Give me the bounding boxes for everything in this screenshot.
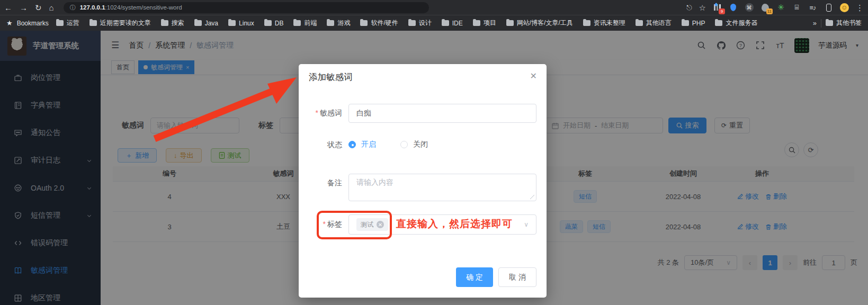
bookmark-folder[interactable]: 设计 <box>408 19 432 28</box>
bookmark-folder[interactable]: PHP <box>682 20 705 27</box>
bookmarks-overflow-chevron[interactable]: » <box>813 19 817 27</box>
chrome-menu-icon[interactable]: ⋮ <box>856 4 864 12</box>
annotation-highlight-box <box>317 211 392 239</box>
extension-media-icon[interactable]: ≡♪ <box>808 3 817 12</box>
profile-avatar[interactable]: ☺ <box>840 3 849 12</box>
radio-status-off[interactable] <box>400 141 408 148</box>
bookmark-folder[interactable]: 资讯未整理 <box>583 19 625 28</box>
bookmarks-divider <box>821 19 821 28</box>
select-chevron-down-icon: ∨ <box>524 221 529 228</box>
bookmarks-star-icon[interactable]: ★ <box>6 19 13 27</box>
extensions-puzzle-icon[interactable]: ⌸ <box>792 3 801 12</box>
browser-chrome: ← → ↻ ⌂ ⓘ 127.0.0.1:1024/system/sensitiv… <box>0 0 868 31</box>
folder-icon <box>583 20 590 26</box>
extension-clip-icon[interactable]: ✳ <box>776 3 785 12</box>
folder-icon <box>90 20 97 26</box>
cancel-button[interactable]: 取 消 <box>498 267 536 287</box>
folder-icon <box>636 20 643 26</box>
address-bar[interactable]: ⓘ 127.0.0.1:1024/system/sensitive-word <box>64 2 429 13</box>
folder-icon <box>327 20 334 26</box>
browser-toolbar: ← → ↻ ⌂ ⓘ 127.0.0.1:1024/system/sensitiv… <box>0 0 868 15</box>
bookmark-folder[interactable]: Java <box>194 20 218 27</box>
folder-icon <box>360 20 368 26</box>
bookmark-folder[interactable]: 网站/博客/文章/工具 <box>506 19 573 28</box>
annotation-note: 直接输入，然后选择即可 <box>396 217 513 231</box>
radio-status-on[interactable] <box>348 141 356 148</box>
folder-icon <box>161 20 168 26</box>
share-icon[interactable]: ⎋ <box>686 4 692 11</box>
radio-on-label[interactable]: 开启 <box>361 140 376 149</box>
folder-icon <box>506 20 514 26</box>
folder-icon <box>473 20 480 26</box>
confirm-button[interactable]: 确 定 <box>456 267 493 287</box>
home-icon[interactable]: ⌂ <box>49 4 54 12</box>
folder-icon <box>715 20 722 26</box>
extension-blob-icon[interactable]: 11 <box>760 3 769 12</box>
folder-icon <box>682 20 689 26</box>
bookmark-folder[interactable]: 搜索 <box>161 19 184 28</box>
extension-phone-icon[interactable] <box>824 3 833 12</box>
bookmark-folder[interactable]: DB <box>264 20 284 27</box>
reload-icon[interactable]: ↻ <box>35 4 42 12</box>
bookmarks-bar: ★ Bookmarks 运营近期需要读的文章搜索JavaLinuxDB前端游戏软… <box>0 15 868 31</box>
forward-icon[interactable]: → <box>20 4 28 12</box>
resize-grip[interactable] <box>530 195 534 199</box>
bookmark-folder[interactable]: 前端 <box>293 19 317 28</box>
folder-icon <box>194 20 202 26</box>
bookmark-folder[interactable]: 近期需要读的文章 <box>90 19 151 28</box>
bookmark-folder[interactable]: IDE <box>442 20 463 27</box>
modal-remark-textarea[interactable]: 请输入内容 <box>348 174 536 201</box>
dialog-close-icon[interactable]: ✕ <box>530 71 537 81</box>
modal-remark-label: 备注 <box>299 178 342 188</box>
folder-icon <box>228 20 236 26</box>
folder-icon <box>442 20 449 26</box>
bookmark-star-icon[interactable]: ☆ <box>699 4 706 12</box>
folder-icon <box>264 20 272 26</box>
extension-drop-icon[interactable] <box>729 3 738 12</box>
bookmarks-label[interactable]: Bookmarks <box>17 20 49 27</box>
bookmark-folder[interactable]: Linux <box>228 20 254 27</box>
back-icon[interactable]: ← <box>4 4 12 12</box>
bookmark-folder[interactable]: 软件/硬件 <box>360 19 398 28</box>
extension-command-icon[interactable]: ⌘ <box>745 3 754 12</box>
extension-stats-icon[interactable]: ◆9 <box>713 3 722 12</box>
add-sensitive-word-dialog: 添加敏感词 ✕ *敏感词 白痴 状态 开启 关闭 备注 请输入内容 *标签 测试… <box>299 64 547 298</box>
dialog-title: 添加敏感词 <box>309 71 353 83</box>
folder-icon <box>826 20 833 26</box>
url-text: 127.0.0.1:1024/system/sensitive-word <box>80 4 182 11</box>
folder-icon <box>56 20 64 26</box>
radio-off-label[interactable]: 关闭 <box>413 140 428 149</box>
modal-word-input[interactable]: 白痴 <box>348 104 536 123</box>
other-bookmarks-folder[interactable]: 其他书签 <box>826 19 862 28</box>
bookmark-folder[interactable]: 运营 <box>56 19 79 28</box>
bookmark-folder[interactable]: 文件服务器 <box>715 19 757 28</box>
bookmark-folder[interactable]: 游戏 <box>327 19 350 28</box>
modal-word-label: *敏感词 <box>299 109 342 118</box>
folder-icon <box>293 20 301 26</box>
bookmark-folder[interactable]: 项目 <box>473 19 496 28</box>
site-info-icon[interactable]: ⓘ <box>70 4 76 12</box>
bookmark-folder[interactable]: 其他语言 <box>636 19 672 28</box>
folder-icon <box>408 20 416 26</box>
modal-status-label: 状态 <box>299 140 342 150</box>
